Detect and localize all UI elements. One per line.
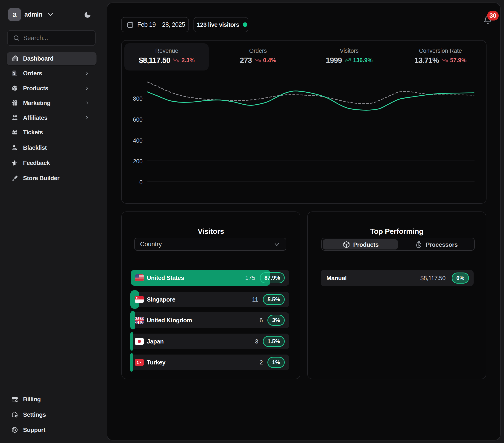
svg-text:400: 400 [133, 137, 143, 144]
svg-text:0: 0 [139, 179, 143, 185]
svg-text:600: 600 [133, 116, 143, 123]
svg-text:800: 800 [133, 95, 143, 102]
svg-text:200: 200 [133, 158, 143, 165]
svg-text:$: $ [13, 71, 15, 75]
